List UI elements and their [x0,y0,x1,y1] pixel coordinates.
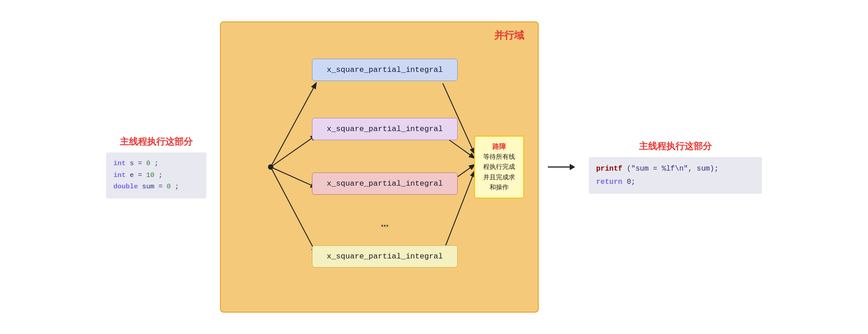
barrier-box: 路障 等待所有线程执行完成 并且完成求和操作 [474,136,524,198]
barrier-wrapper: 路障 等待所有线程执行完成 并且完成求和操作 [470,136,529,198]
printf-args: ("sum = %lf\n", sum); [627,165,719,173]
semi-2: ; [158,172,163,179]
semi-3: ; [175,183,179,191]
right-code-line-2: return 0; [596,176,755,189]
func-box-3: x_square_partial_integral [312,172,458,195]
return-val: 0; [627,178,635,186]
keyword-int-1: int [113,160,126,167]
func-box-1-wrapper: x_square_partial_integral [312,59,458,81]
func-box-3-wrapper: x_square_partial_integral [312,172,458,195]
code-line-3: double sum = 0 ; [113,181,199,193]
var-sum: sum [142,183,158,191]
right-arrow-svg [548,160,575,174]
func-box-2-wrapper: x_square_partial_integral [312,118,458,140]
right-section-label: 主线程执行这部分 [589,140,762,152]
return-keyword: return [596,178,623,186]
code-line-2: int e = 10 ; [113,170,199,182]
keyword-int-2: int [113,172,126,179]
right-arrow-container [548,160,575,174]
var-s: s [130,160,138,167]
func-box-1: x_square_partial_integral [312,59,458,81]
ellipsis-dots: ⋯ [381,219,389,233]
op-eq-3: = [158,183,163,191]
parallel-label: 并行域 [494,29,524,42]
main-container: 主线程执行这部分 int s = 0 ; int e = 10 ; double… [0,0,868,334]
svg-marker-9 [570,164,575,170]
barrier-text: 等待所有线程执行完成 并且完成求和操作 [481,152,517,193]
right-code-block: printf ("sum = %lf\n", sum); return 0; [589,157,762,194]
origin-dot [268,164,273,170]
semi-1: ; [154,160,158,167]
val-10: 10 [146,172,154,179]
val-0-1: 0 [146,160,150,167]
func-box-4-wrapper: x_square_partial_integral [312,245,458,268]
keyword-double: double [113,183,138,191]
svg-line-2 [271,167,316,187]
left-code-block: int s = 0 ; int e = 10 ; double sum = 0 … [106,152,206,198]
printf-keyword: printf [596,165,623,173]
svg-line-1 [271,135,316,167]
func-box-4: x_square_partial_integral [312,245,458,268]
left-section-label: 主线程执行这部分 [106,136,206,148]
svg-line-3 [271,167,316,253]
dots-wrapper: ⋯ [312,218,458,233]
barrier-title: 路障 [481,141,517,152]
var-e: e [130,172,138,179]
right-code-line-1: printf ("sum = %lf\n", sum); [596,162,755,176]
op-eq-2: = [138,172,142,179]
func-box-2: x_square_partial_integral [312,118,458,140]
parallel-region-box: 并行域 x_square_par [220,21,539,313]
right-panel: 主线程执行这部分 printf ("sum = %lf\n", sum); re… [589,140,762,194]
left-panel: 主线程执行这部分 int s = 0 ; int e = 10 ; double… [106,136,206,198]
code-line-1: int s = 0 ; [113,158,199,170]
val-0-2: 0 [167,183,171,191]
svg-line-0 [271,83,316,167]
op-eq-1: = [138,160,142,167]
